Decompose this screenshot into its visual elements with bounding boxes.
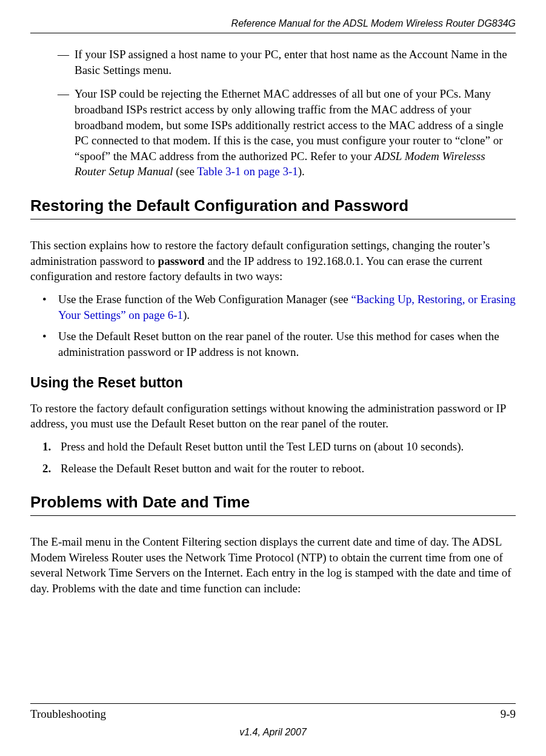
footer-page-number: 9-9 — [501, 707, 516, 721]
step-content: Press and hold the Default Reset button … — [61, 439, 516, 455]
step-content: Release the Default Reset button and wai… — [61, 461, 516, 477]
section-rule — [30, 515, 516, 516]
footer-version: v1.4, April 2007 — [30, 727, 516, 738]
section-heading: Restoring the Default Configuration and … — [30, 196, 516, 215]
footer-chapter: Troubleshooting — [30, 707, 106, 721]
dash-content: Your ISP could be rejecting the Ethernet… — [75, 86, 516, 179]
running-header: Reference Manual for the ADSL Modem Wire… — [30, 18, 516, 29]
dash-marker: — — [58, 47, 75, 78]
body-paragraph: The E-mail menu in the Content Filtering… — [30, 534, 516, 597]
bullet-content: Use the Default Reset button on the rear… — [58, 329, 516, 360]
text-span: ). — [183, 309, 190, 321]
bullet-marker: • — [42, 329, 58, 360]
bullet-marker: • — [42, 292, 58, 323]
text-span: Use the Erase function of the Web Config… — [58, 293, 351, 306]
bullet-item: • Use the Default Reset button on the re… — [42, 329, 516, 360]
numbered-item: 1. Press and hold the Default Reset butt… — [42, 439, 516, 455]
step-number: 2. — [42, 461, 61, 477]
footer-row: Troubleshooting 9-9 — [30, 707, 516, 721]
body-paragraph: To restore the factory default configura… — [30, 401, 516, 432]
header-rule — [30, 33, 516, 33]
text-span: ). — [298, 165, 305, 178]
step-number: 1. — [42, 439, 61, 455]
numbered-item: 2. Release the Default Reset button and … — [42, 461, 516, 477]
page-footer: Troubleshooting 9-9 v1.4, April 2007 — [30, 703, 516, 738]
dash-list: — If your ISP assigned a host name to yo… — [58, 47, 516, 179]
section-heading: Problems with Date and Time — [30, 493, 516, 512]
bullet-item: • Use the Erase function of the Web Conf… — [42, 292, 516, 323]
dash-content: If your ISP assigned a host name to your… — [75, 47, 516, 78]
cross-reference-link[interactable]: Table 3-1 on page 3-1 — [197, 165, 298, 178]
bullet-list: • Use the Erase function of the Web Conf… — [42, 292, 516, 360]
text-span: (see — [173, 165, 198, 178]
dash-item: — If your ISP assigned a host name to yo… — [58, 47, 516, 78]
dash-item: — Your ISP could be rejecting the Ethern… — [58, 86, 516, 179]
footer-rule — [30, 703, 516, 704]
subsection-heading: Using the Reset button — [30, 375, 516, 391]
body-paragraph: This section explains how to restore the… — [30, 238, 516, 284]
bold-span: password — [158, 255, 205, 267]
numbered-list: 1. Press and hold the Default Reset butt… — [42, 439, 516, 476]
bullet-content: Use the Erase function of the Web Config… — [58, 292, 516, 323]
dash-marker: — — [58, 86, 75, 179]
section-rule — [30, 219, 516, 219]
